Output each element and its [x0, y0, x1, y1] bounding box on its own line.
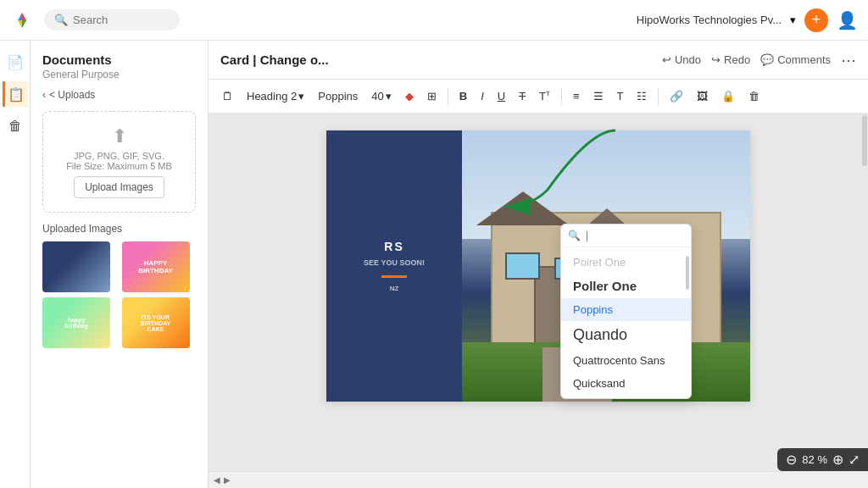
icon-bar: 📄 📋 🗑 — [0, 41, 31, 488]
canvas-wrapper[interactable]: RS SEE YOU SOON! NZ — [209, 114, 868, 471]
scrollbar-thumb[interactable] — [862, 115, 867, 166]
company-name[interactable]: HipoWorks Technologies Pv... — [637, 14, 782, 26]
image-thumb-cake[interactable]: ITS YOURBIRTHDAYCAKE — [122, 297, 190, 348]
expand-button[interactable]: ⤢ — [849, 452, 860, 468]
toolbar-strikethrough-button[interactable]: T — [514, 87, 531, 105]
toolbar-image-button[interactable]: 🖼 — [692, 87, 713, 105]
font-item-poppins[interactable]: Poppins — [561, 298, 691, 321]
user-icon[interactable]: 👤 — [837, 10, 858, 30]
doc-title: Card | Change o... — [220, 53, 329, 67]
icon-bar-trash[interactable]: 🗑 — [3, 114, 28, 139]
dropdown-scrollbar-thumb[interactable] — [686, 256, 689, 290]
toolbar-superscript-button[interactable]: TT — [534, 87, 555, 105]
search-input[interactable] — [73, 14, 158, 26]
canvas-nav-left[interactable]: ◀ — [214, 475, 220, 485]
textbox-icon: T — [617, 90, 624, 103]
upload-button[interactable]: Upload Images — [74, 176, 164, 198]
toolbar-font-selector[interactable]: Poppins — [313, 87, 363, 105]
sidebar-back-button[interactable]: ‹ < Uploads — [42, 89, 196, 101]
toolbar-link-button[interactable]: 🔗 — [665, 87, 688, 105]
add-button[interactable]: + — [804, 8, 828, 32]
toolbar-italic-button[interactable]: I — [476, 87, 489, 105]
superscript-icon: TT — [539, 90, 550, 103]
list-icon: ☰ — [593, 90, 604, 103]
editor-header: Card | Change o... ↩ Undo ↪ Redo 💬 Comme… — [209, 41, 868, 80]
link-icon: 🔗 — [670, 90, 683, 103]
image-thumb-happy[interactable]: happybirthday — [42, 297, 110, 348]
undo-button[interactable]: ↩ Undo — [662, 53, 701, 66]
toolbar-font-size[interactable]: 40 ▾ — [366, 87, 396, 105]
upload-icon: ⬆ — [52, 125, 186, 147]
toolbar-textbox-button[interactable]: T — [612, 87, 629, 105]
uploaded-label: Uploaded Images — [42, 223, 196, 235]
font-item-quicksand[interactable]: Quicksand — [561, 372, 691, 395]
toolbar-separator-3 — [658, 88, 659, 105]
editor-area: Card | Change o... ↩ Undo ↪ Redo 💬 Comme… — [209, 41, 868, 488]
undo-icon: ↩ — [662, 53, 671, 66]
orderedlist-icon: ☷ — [637, 90, 647, 103]
canvas-nav: ◀ ▶ — [209, 471, 868, 488]
toolbar-bold-button[interactable]: B — [454, 87, 472, 105]
header-actions: ↩ Undo ↪ Redo 💬 Comments ⋯ — [662, 51, 856, 69]
font-label: Poppins — [318, 90, 358, 103]
toolbar-grid[interactable]: ⊞ — [422, 87, 442, 105]
zoom-decrease-button[interactable]: ⊖ — [786, 452, 797, 468]
search-box[interactable]: 🔍 — [44, 9, 180, 30]
toolbar-underline-button[interactable]: U — [492, 87, 510, 105]
canvas-nav-right[interactable]: ▶ — [224, 475, 231, 485]
icon-bar-document[interactable]: 📄 — [3, 49, 28, 75]
image-icon: 🖼 — [697, 90, 708, 103]
bold-label: B — [459, 90, 467, 103]
icon-bar-layers[interactable]: 📋 — [3, 81, 28, 107]
image-thumb-house[interactable] — [42, 241, 110, 292]
toolbar: 🗒 Heading 2 ▾ Poppins 40 ▾ ◆ ⊞ B — [209, 80, 868, 114]
toolbar-color[interactable]: ◆ — [400, 87, 419, 105]
font-item-poiret[interactable]: Poiret One — [561, 251, 691, 274]
heading-label: Heading 2 — [247, 90, 297, 103]
comments-button[interactable]: 💬 Comments — [760, 53, 831, 66]
image-grid: HAPPYBIRTHDAY happybirthday ITS YOURBIRT… — [42, 241, 196, 348]
font-search-input[interactable] — [586, 230, 684, 241]
toolbar-card-icon[interactable]: 🗒 — [217, 87, 238, 105]
color-icon: ◆ — [405, 90, 414, 103]
font-size-chevron-icon: ▾ — [386, 90, 392, 103]
toolbar-list-button[interactable]: ☰ — [588, 87, 609, 105]
toolbar-align-button[interactable]: ≡ — [568, 87, 585, 105]
search-icon: 🔍 — [54, 14, 68, 26]
company-chevron-icon[interactable]: ▾ — [790, 14, 796, 26]
font-size-label: 40 — [371, 90, 383, 103]
dropdown-scrollbar[interactable] — [686, 247, 689, 398]
more-options-button[interactable]: ⋯ — [841, 51, 856, 69]
comments-label[interactable]: Comments — [777, 53, 831, 66]
italic-label: I — [481, 90, 484, 103]
font-search-box[interactable]: 🔍 — [561, 225, 691, 247]
font-search-icon: 🔍 — [568, 230, 581, 241]
upload-area: ⬆ JPG, PNG, GIF, SVG. File Size: Maximum… — [42, 111, 196, 213]
toolbar-delete-button[interactable]: 🗑 — [743, 87, 765, 105]
back-chevron-icon: ‹ — [42, 89, 46, 101]
undo-label[interactable]: Undo — [675, 53, 701, 66]
font-dropdown: 🔍 Poiret One Poller One Poppins Quando Q… — [560, 224, 692, 399]
upload-info: JPG, PNG, GIF, SVG. File Size: Maximum 5… — [52, 151, 186, 171]
redo-label[interactable]: Redo — [724, 53, 750, 66]
font-item-quattrocento[interactable]: Quattrocento Sans — [561, 349, 691, 372]
app-logo[interactable] — [10, 8, 34, 32]
sidebar-back-label[interactable]: < Uploads — [49, 89, 95, 101]
image-thumb-bday[interactable]: HAPPYBIRTHDAY — [122, 241, 190, 292]
heading-chevron-icon: ▾ — [298, 90, 304, 103]
align-icon: ≡ — [573, 90, 580, 103]
zoom-level: 82 % — [802, 453, 827, 466]
toolbar-separator-2 — [561, 88, 562, 105]
zoom-increase-button[interactable]: ⊕ — [832, 452, 843, 468]
redo-button[interactable]: ↪ Redo — [711, 53, 750, 66]
toolbar-orderedlist-button[interactable]: ☷ — [632, 87, 652, 105]
font-item-poller[interactable]: Poller One — [561, 274, 691, 298]
comment-icon: 💬 — [760, 53, 774, 66]
toolbar-heading-selector[interactable]: Heading 2 ▾ — [242, 87, 309, 105]
canvas-scrollbar[interactable] — [861, 114, 868, 454]
strikethrough-icon: T — [519, 90, 526, 103]
zoom-bar: ⊖ 82 % ⊕ ⤢ — [777, 448, 868, 471]
font-item-quando[interactable]: Quando — [561, 321, 691, 349]
lock-icon: 🔒 — [721, 90, 735, 103]
toolbar-lock-button[interactable]: 🔒 — [716, 87, 740, 105]
